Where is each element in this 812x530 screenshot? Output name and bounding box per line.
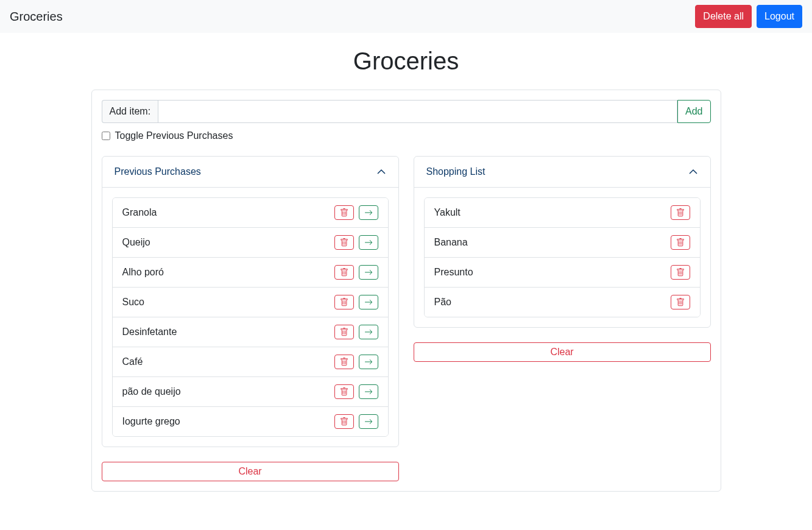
previous-purchases-body: GranolaQueijoAlho poróSucoDesinfetanteCa… [102, 188, 398, 447]
list-item: Presunto [425, 258, 700, 288]
previous-purchases-list: GranolaQueijoAlho poróSucoDesinfetanteCa… [112, 197, 389, 437]
item-label: Suco [122, 297, 144, 308]
shopping-list-accordion: Shopping List YakultBananaPresuntoPão [414, 156, 711, 328]
delete-button[interactable] [334, 414, 354, 429]
move-button[interactable] [359, 355, 378, 369]
move-button[interactable] [359, 414, 378, 429]
item-actions [334, 235, 378, 250]
trash-icon [340, 298, 348, 306]
list-item: Queijo [113, 228, 388, 258]
item-actions [334, 384, 378, 399]
delete-button[interactable] [671, 295, 690, 309]
item-actions [334, 265, 378, 280]
list-item: Pão [425, 288, 700, 317]
delete-all-button[interactable]: Delete all [695, 5, 752, 28]
delete-button[interactable] [671, 265, 690, 280]
item-actions [334, 414, 378, 429]
arrow-right-icon [364, 417, 373, 426]
move-button[interactable] [359, 265, 378, 280]
arrow-right-icon [364, 208, 373, 217]
item-label: pão de queijo [122, 386, 181, 397]
item-label: Alho poró [122, 267, 164, 278]
delete-button[interactable] [334, 355, 354, 369]
add-item-group: Add item: Add [102, 100, 711, 123]
arrow-right-icon [364, 328, 373, 336]
shopping-list-body: YakultBananaPresuntoPão [414, 188, 710, 327]
navbar-brand[interactable]: Groceries [10, 10, 63, 24]
trash-icon [340, 268, 348, 277]
item-label: Iogurte grego [122, 416, 180, 427]
item-label: Banana [434, 237, 468, 248]
logout-button[interactable]: Logout [757, 5, 802, 28]
move-button[interactable] [359, 325, 378, 339]
item-label: Presunto [434, 267, 473, 278]
delete-button[interactable] [334, 384, 354, 399]
list-item: pão de queijo [113, 377, 388, 407]
previous-purchases-header[interactable]: Previous Purchases [102, 157, 398, 188]
item-actions [334, 355, 378, 369]
previous-clear-button[interactable]: Clear [102, 462, 399, 481]
item-actions [334, 325, 378, 339]
toggle-previous-checkbox[interactable] [102, 132, 110, 140]
item-label: Desinfetante [122, 327, 177, 337]
page-title: Groceries [0, 48, 812, 75]
trash-icon [340, 328, 348, 336]
list-item: Desinfetante [113, 317, 388, 347]
previous-purchases-title: Previous Purchases [115, 166, 201, 177]
list-item: Granola [113, 198, 388, 228]
columns: Previous Purchases GranolaQueijoAlho por… [102, 156, 711, 481]
navbar-actions: Delete all Logout [695, 5, 802, 28]
list-item: Alho poró [113, 258, 388, 288]
trash-icon [676, 268, 685, 277]
trash-icon [340, 387, 348, 396]
item-actions [334, 295, 378, 309]
add-button[interactable]: Add [677, 100, 710, 123]
item-actions [671, 265, 690, 280]
shopping-list-header[interactable]: Shopping List [414, 157, 710, 188]
shopping-clear-button[interactable]: Clear [414, 342, 711, 362]
move-button[interactable] [359, 205, 378, 220]
delete-button[interactable] [334, 205, 354, 220]
arrow-right-icon [364, 238, 373, 247]
add-item-input[interactable] [158, 100, 677, 123]
item-label: Café [122, 356, 143, 367]
arrow-right-icon [364, 387, 373, 396]
item-label: Queijo [122, 237, 150, 248]
arrow-right-icon [364, 268, 373, 277]
item-actions [671, 205, 690, 220]
toggle-previous-check: Toggle Previous Purchases [102, 130, 711, 141]
navbar: Groceries Delete all Logout [0, 0, 812, 33]
list-item: Café [113, 347, 388, 377]
item-label: Granola [122, 207, 157, 218]
shopping-list-title: Shopping List [426, 166, 485, 177]
item-actions [671, 235, 690, 250]
trash-icon [676, 208, 685, 217]
list-item: Yakult [425, 198, 700, 228]
chevron-up-icon [376, 167, 386, 177]
delete-button[interactable] [334, 295, 354, 309]
delete-button[interactable] [671, 205, 690, 220]
item-actions [334, 205, 378, 220]
trash-icon [340, 358, 348, 366]
delete-button[interactable] [334, 325, 354, 339]
trash-icon [676, 298, 685, 306]
trash-icon [340, 238, 348, 247]
shopping-list-list: YakultBananaPresuntoPão [424, 197, 701, 317]
trash-icon [676, 238, 685, 247]
main-card-body: Add item: Add Toggle Previous Purchases … [92, 90, 721, 491]
toggle-previous-label[interactable]: Toggle Previous Purchases [115, 130, 233, 141]
move-button[interactable] [359, 384, 378, 399]
item-label: Pão [434, 297, 451, 308]
delete-button[interactable] [334, 235, 354, 250]
arrow-right-icon [364, 298, 373, 306]
main-container: Add item: Add Toggle Previous Purchases … [82, 90, 731, 511]
list-item: Iogurte grego [113, 407, 388, 436]
add-item-label: Add item: [102, 100, 158, 123]
list-item: Suco [113, 288, 388, 317]
chevron-up-icon [688, 167, 698, 177]
delete-button[interactable] [671, 235, 690, 250]
move-button[interactable] [359, 235, 378, 250]
move-button[interactable] [359, 295, 378, 309]
delete-button[interactable] [334, 265, 354, 280]
main-card: Add item: Add Toggle Previous Purchases … [91, 90, 721, 492]
